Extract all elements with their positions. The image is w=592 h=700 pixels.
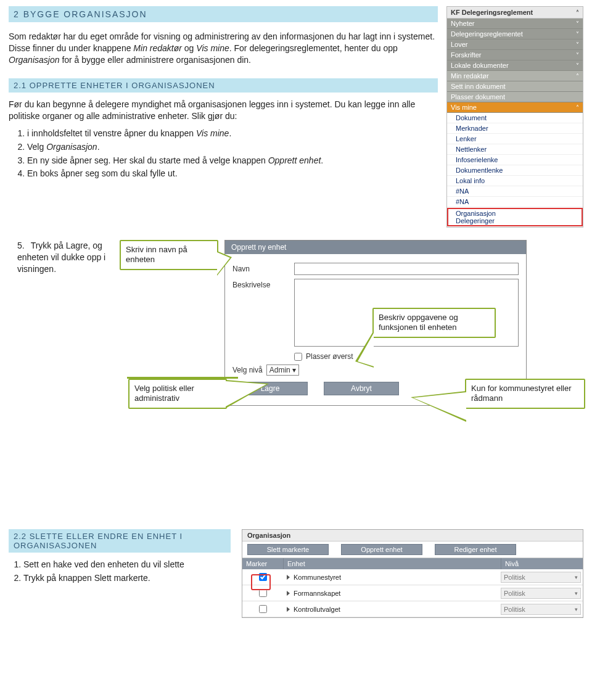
sidebar-item-forskrifter[interactable]: Forskrifter˅ bbox=[447, 50, 583, 60]
sidebar-item-lokale-dokumenter[interactable]: Lokale dokumenter˅ bbox=[447, 60, 583, 71]
navn-input[interactable] bbox=[294, 263, 519, 275]
row-checkbox[interactable] bbox=[259, 573, 267, 581]
row-checkbox[interactable] bbox=[259, 605, 267, 613]
step-5-text: Trykk på Lagre, og enheten vil dukke opp… bbox=[17, 241, 105, 274]
callout-velg-politisk: Velg politisk eller administrativ bbox=[128, 379, 227, 409]
sidebar-item-min-redaktor[interactable]: Min redaktør˄ bbox=[447, 71, 583, 81]
row-nivaa-value: Politisk bbox=[504, 574, 525, 581]
sidebar-item-lover[interactable]: Lover˅ bbox=[447, 39, 583, 50]
sidebar-sub-lenker[interactable]: Lenker bbox=[447, 134, 583, 144]
avbryt-button[interactable]: Avbryt bbox=[324, 382, 399, 395]
sidebar-sub-merknader[interactable]: Merknader bbox=[447, 123, 583, 134]
form-header: Opprett ny enhet bbox=[225, 241, 526, 254]
rediger-enhet-button[interactable]: Rediger enhet bbox=[435, 544, 516, 555]
col-nivaa: Nivå bbox=[501, 558, 583, 569]
sidebar-label: Lokale dokumenter bbox=[451, 62, 509, 69]
sec22-step-2: Trykk på knappen Slett markerte. bbox=[23, 572, 231, 584]
slett-markerte-button[interactable]: Slett markerte bbox=[247, 544, 329, 555]
sidebar-item-nyheter[interactable]: Nyheter˅ bbox=[447, 19, 583, 29]
sidebar-panel: KF Delegeringsreglement ˄ Nyheter˅ Deleg… bbox=[446, 6, 583, 228]
step-1a: i innholdsfeltet til venstre åpner du kn… bbox=[27, 128, 196, 138]
p1-em3: Organisasjon bbox=[9, 55, 60, 65]
chevron-down-icon: ˅ bbox=[576, 52, 579, 59]
section-21-paragraph: Før du kan begynne å delegere myndighet … bbox=[9, 99, 438, 122]
p1b: og bbox=[182, 43, 196, 53]
sidebar-item-plasser-dokument[interactable]: Plasser dokument bbox=[447, 92, 583, 102]
row-nivaa-dropdown[interactable]: Politisk▾ bbox=[501, 572, 581, 583]
expand-icon[interactable] bbox=[287, 591, 290, 596]
sidebar-sub-organisasjon[interactable]: Organisasjon Delegeringer bbox=[447, 208, 583, 226]
row-checkbox[interactable] bbox=[259, 589, 267, 597]
sidebar-sub-nettlenker[interactable]: Nettlenker bbox=[447, 144, 583, 155]
sidebar-item-sett-inn-dokument[interactable]: Sett inn dokument bbox=[447, 81, 583, 92]
chevron-down-icon: ▾ bbox=[575, 590, 578, 596]
step-4a: En boks åpner seg som du skal fylle ut. bbox=[27, 168, 178, 178]
row-nivaa-value: Politisk bbox=[504, 606, 525, 613]
sidebar-sub-infoserielenke[interactable]: Infoserielenke bbox=[447, 155, 583, 165]
beskrivelse-label: Beskrivelse bbox=[232, 279, 294, 289]
step-2a: Velg bbox=[27, 142, 46, 152]
nivaa-value: Admin bbox=[269, 366, 290, 374]
org-panel-header: Organisasjon bbox=[242, 530, 583, 541]
row-nivaa-value: Politisk bbox=[504, 590, 525, 597]
callout-tail-icon bbox=[411, 391, 466, 422]
section-21-steps: i innholdsfeltet til venstre åpner du kn… bbox=[27, 128, 438, 179]
chevron-up-icon: ˄ bbox=[576, 9, 579, 16]
velg-nivaa-label: Velg nivå bbox=[232, 366, 263, 374]
section-21-title: 2.1 OPPRETTE ENHETER I ORGANISASJONEN bbox=[9, 78, 438, 93]
chevron-up-icon: ˄ bbox=[576, 104, 579, 111]
sidebar-sub-na2[interactable]: #NA bbox=[447, 197, 583, 207]
step-2em: Organisasjon bbox=[46, 142, 97, 152]
sidebar-title-text: KF Delegeringsreglement bbox=[451, 9, 533, 16]
chevron-down-icon: ▾ bbox=[292, 366, 296, 374]
col-marker: Marker bbox=[242, 558, 284, 569]
row-enhet: Formannskapet bbox=[294, 590, 340, 597]
sidebar-sub-dokument[interactable]: Dokument bbox=[447, 113, 583, 123]
expand-icon[interactable] bbox=[287, 607, 290, 612]
step-2: Velg Organisasjon. bbox=[27, 141, 438, 154]
opprett-enhet-button[interactable]: Opprett enhet bbox=[341, 544, 422, 555]
sidebar-label: Delegeringsreglementet bbox=[451, 30, 523, 38]
step-5-num: 5. bbox=[17, 240, 28, 252]
chevron-down-icon: ▾ bbox=[575, 574, 578, 580]
callout-text: Velg politisk eller administrativ bbox=[134, 384, 194, 403]
p1c: . For delegeringsreglementet, henter du … bbox=[229, 43, 398, 53]
row-nivaa-dropdown[interactable]: Politisk▾ bbox=[501, 604, 581, 615]
callout-navn: Skriv inn navn på enheten bbox=[120, 240, 218, 270]
section-22-title: 2.2 SLETTE ELLER ENDRE EN ENHET I ORGANI… bbox=[9, 529, 231, 553]
section-2-paragraph: Som redaktør har du eget område for visn… bbox=[9, 31, 438, 66]
sidebar-sub-lokal-info[interactable]: Lokal info bbox=[447, 176, 583, 186]
sidebar-label: Plasser dokument bbox=[451, 93, 505, 101]
p1-em2: Vis mine bbox=[196, 43, 229, 53]
col-enhet: Enhet bbox=[284, 558, 501, 569]
sidebar-label: Lover bbox=[451, 41, 468, 48]
chevron-up-icon: ˄ bbox=[576, 73, 579, 80]
sidebar-item-vis-mine[interactable]: Vis mine˄ bbox=[447, 102, 583, 113]
sidebar-label: Organisasjon bbox=[456, 210, 578, 217]
sec22-step-1: Sett en hake ved den enheten du vil slet… bbox=[23, 559, 231, 570]
org-table-header: Marker Enhet Nivå bbox=[242, 558, 583, 569]
plasser-overst-label: Plasser øverst bbox=[306, 352, 353, 361]
callout-text: Kun for kommunestyret eller rådmann bbox=[471, 384, 572, 403]
step-2b: . bbox=[97, 142, 100, 152]
navn-label: Navn bbox=[232, 263, 294, 273]
plasser-overst-checkbox[interactable] bbox=[294, 353, 302, 361]
callout-text: Beskriv oppgavene og funksjonen til enhe… bbox=[379, 313, 458, 332]
step-1em: Vis mine bbox=[196, 128, 229, 138]
expand-icon[interactable] bbox=[287, 575, 290, 580]
row-nivaa-dropdown[interactable]: Politisk▾ bbox=[501, 588, 581, 599]
sidebar-item-delegeringsreglementet[interactable]: Delegeringsreglementet˅ bbox=[447, 29, 583, 39]
sidebar-label: Delegeringer bbox=[456, 217, 578, 224]
step-1b: . bbox=[229, 128, 231, 138]
nivaa-dropdown[interactable]: Admin ▾ bbox=[266, 364, 299, 376]
callout-tail-icon bbox=[355, 331, 374, 368]
sidebar-sub-na1[interactable]: #NA bbox=[447, 186, 583, 197]
chevron-down-icon: ˅ bbox=[576, 41, 579, 48]
step-3a: En ny side åpner seg. Her skal du starte… bbox=[27, 155, 268, 165]
step-3em: Opprett enhet bbox=[268, 155, 321, 165]
sidebar-sub-dokumentlenke[interactable]: Dokumentlenke bbox=[447, 165, 583, 176]
annotation-underline-icon bbox=[127, 377, 238, 379]
sidebar-label: Sett inn dokument bbox=[451, 83, 506, 90]
callout-tail-icon bbox=[226, 380, 269, 408]
callout-text: Skriv inn navn på enheten bbox=[126, 245, 187, 264]
